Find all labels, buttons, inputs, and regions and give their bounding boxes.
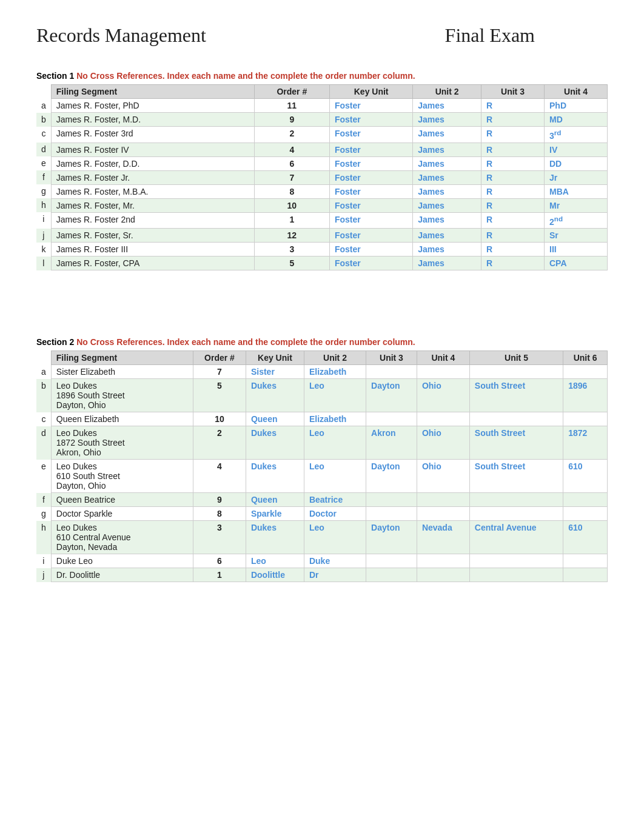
order-cell: 12 <box>254 229 329 243</box>
unit5-cell: Central Avenue <box>469 521 563 554</box>
section1-header: Section 1 No Cross References. Index eac… <box>36 71 608 81</box>
unit3-cell: Dayton <box>366 521 417 554</box>
filing-segment: James R. Foster, Mr. <box>51 198 254 212</box>
key-unit-cell: Sister <box>246 365 304 379</box>
filing-segment: Leo Dukes1896 South StreetDayton, Ohio <box>51 379 193 412</box>
key-unit-cell: Sparkle <box>246 507 304 521</box>
unit2-cell: James <box>413 99 481 113</box>
unit4-cell: III <box>545 243 608 257</box>
table-row: g James R. Foster, M.B.A. 8 Foster James… <box>36 184 608 198</box>
unit3-cell: R <box>481 170 545 184</box>
row-letter: j <box>36 568 51 582</box>
col-key: Key Unit <box>329 85 412 99</box>
order-cell: 6 <box>254 156 329 170</box>
row-letter: l <box>36 257 51 270</box>
key-unit-cell: Dukes <box>246 521 304 554</box>
table-row: c James R. Foster 3rd 2 Foster James R 3… <box>36 127 608 143</box>
unit2-cell: Elizabeth <box>304 365 366 379</box>
unit3-cell: R <box>481 243 545 257</box>
unit3-cell: R <box>481 99 545 113</box>
table-row: a James R. Foster, PhD 11 Foster James R… <box>36 99 608 113</box>
filing-segment: Queen Elizabeth <box>51 412 193 426</box>
unit2-cell: Dr <box>304 568 366 582</box>
filing-segment: Doctor Sparkle <box>51 507 193 521</box>
filing-segment: Sister Elizabeth <box>51 365 193 379</box>
unit5-cell: South Street <box>469 379 563 412</box>
unit3-cell <box>366 554 417 568</box>
unit5-cell: South Street <box>469 460 563 493</box>
unit6-cell: 610 <box>563 460 608 493</box>
order-cell: 7 <box>254 170 329 184</box>
order-cell: 4 <box>193 460 246 493</box>
order-cell: 9 <box>254 113 329 127</box>
section2-table: Filing Segment Order # Key Unit Unit 2 U… <box>36 350 608 582</box>
unit4-cell: Ohio <box>417 460 469 493</box>
filing-segment: James R. Foster, Sr. <box>51 229 254 243</box>
unit4-cell: 3rd <box>545 127 608 143</box>
filing-segment: James R. Foster, M.D. <box>51 113 254 127</box>
key-unit-cell: Doolittle <box>246 568 304 582</box>
unit3-cell: R <box>481 212 545 229</box>
row-letter: b <box>36 379 51 412</box>
key-unit-cell: Foster <box>329 184 412 198</box>
filing-segment: Leo Dukes1872 South StreetAkron, Ohio <box>51 426 193 460</box>
table-row: l James R. Foster, CPA 5 Foster James R … <box>36 257 608 270</box>
unit2-cell: James <box>413 156 481 170</box>
section1-label: Section 1 <box>36 71 74 81</box>
table-row: f Queen Beatrice 9 Queen Beatrice <box>36 493 608 507</box>
row-letter: f <box>36 170 51 184</box>
order-cell: 7 <box>193 365 246 379</box>
unit3-cell: R <box>481 127 545 143</box>
order-cell: 5 <box>193 379 246 412</box>
col2-u4: Unit 4 <box>417 351 469 365</box>
col2-key: Key Unit <box>246 351 304 365</box>
filing-segment: Duke Leo <box>51 554 193 568</box>
unit4-cell <box>417 507 469 521</box>
unit3-cell: R <box>481 257 545 270</box>
section2-instruction2: Index each name and the complete the ord… <box>167 337 415 347</box>
key-unit-cell: Leo <box>246 554 304 568</box>
table-row: d James R. Foster IV 4 Foster James R IV <box>36 143 608 156</box>
col-filing: Filing Segment <box>51 85 254 99</box>
unit3-cell: R <box>481 156 545 170</box>
page-title: Records Management <box>36 24 206 47</box>
table-row: b James R. Foster, M.D. 9 Foster James R… <box>36 113 608 127</box>
key-unit-cell: Foster <box>329 212 412 229</box>
order-cell: 6 <box>193 554 246 568</box>
unit2-cell: Doctor <box>304 507 366 521</box>
key-unit-cell: Foster <box>329 113 412 127</box>
table-row: c Queen Elizabeth 10 Queen Elizabeth <box>36 412 608 426</box>
unit3-cell <box>366 568 417 582</box>
row-letter: j <box>36 229 51 243</box>
filing-segment: James R. Foster III <box>51 243 254 257</box>
unit2-cell: Beatrice <box>304 493 366 507</box>
unit6-cell: 1872 <box>563 426 608 460</box>
unit5-cell <box>469 365 563 379</box>
row-letter: c <box>36 127 51 143</box>
table-row: g Doctor Sparkle 8 Sparkle Doctor <box>36 507 608 521</box>
unit2-cell: Elizabeth <box>304 412 366 426</box>
filing-segment: Queen Beatrice <box>51 493 193 507</box>
order-cell: 1 <box>193 568 246 582</box>
unit2-cell: James <box>413 229 481 243</box>
row-letter: f <box>36 493 51 507</box>
order-cell: 8 <box>254 184 329 198</box>
row-letter: c <box>36 412 51 426</box>
order-cell: 3 <box>193 521 246 554</box>
table-row: e James R. Foster, D.D. 6 Foster James R… <box>36 156 608 170</box>
col2-order: Order # <box>193 351 246 365</box>
unit5-cell: South Street <box>469 426 563 460</box>
unit4-cell: Nevada <box>417 521 469 554</box>
unit3-cell <box>366 493 417 507</box>
unit4-cell: Sr <box>545 229 608 243</box>
unit2-cell: Duke <box>304 554 366 568</box>
order-cell: 8 <box>193 507 246 521</box>
section2-label: Section 2 <box>36 337 74 347</box>
unit2-cell: Leo <box>304 379 366 412</box>
key-unit-cell: Foster <box>329 229 412 243</box>
key-unit-cell: Dukes <box>246 460 304 493</box>
page-subtitle: Final Exam <box>445 24 535 47</box>
unit2-cell: Leo <box>304 426 366 460</box>
table-row: f James R. Foster Jr. 7 Foster James R J… <box>36 170 608 184</box>
unit4-cell <box>417 554 469 568</box>
